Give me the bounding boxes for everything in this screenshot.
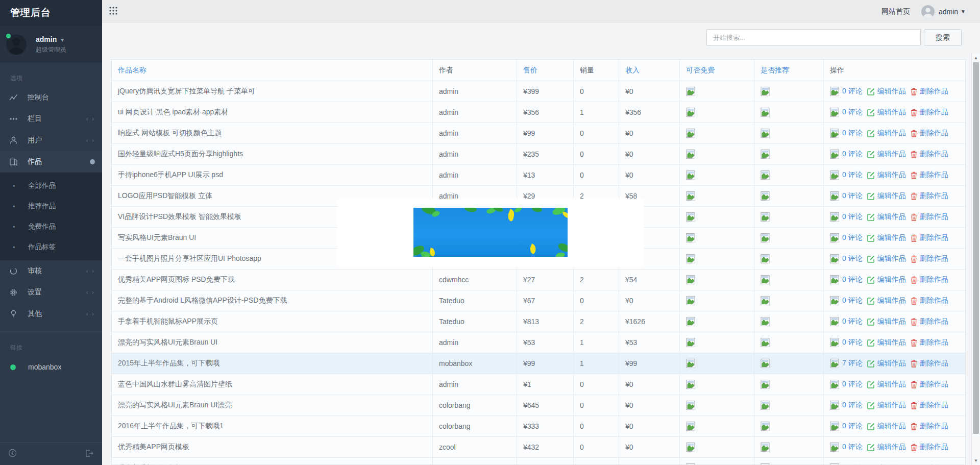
delete-work-link[interactable]: 删除作品 bbox=[920, 317, 948, 326]
broken-image-icon[interactable] bbox=[761, 337, 770, 348]
sidebar-item-audit[interactable]: 审核‹ › bbox=[0, 260, 102, 282]
column-header[interactable]: 可否免费 bbox=[679, 60, 754, 81]
logout-icon[interactable] bbox=[85, 449, 94, 459]
comments-link[interactable]: 0 评论 bbox=[842, 422, 863, 431]
sidebar-subitem-all-works[interactable]: •全部作品 bbox=[0, 176, 102, 196]
broken-image-icon[interactable] bbox=[761, 316, 770, 327]
broken-image-icon[interactable] bbox=[761, 358, 770, 369]
edit-work-link[interactable]: 编辑作品 bbox=[877, 129, 906, 138]
broken-image-icon[interactable] bbox=[761, 149, 770, 159]
broken-image-icon[interactable] bbox=[686, 107, 696, 117]
broken-image-icon[interactable] bbox=[761, 233, 770, 243]
delete-work-link[interactable]: 删除作品 bbox=[920, 87, 948, 96]
column-header[interactable]: 是否推荐 bbox=[754, 60, 823, 81]
edit-work-link[interactable]: 编辑作品 bbox=[877, 401, 906, 410]
comments-link[interactable]: 0 评论 bbox=[842, 129, 863, 138]
comments-link[interactable]: 0 评论 bbox=[842, 254, 863, 263]
delete-work-link[interactable]: 删除作品 bbox=[920, 150, 948, 159]
search-button[interactable]: 搜索 bbox=[924, 29, 962, 46]
edit-work-link[interactable]: 编辑作品 bbox=[877, 170, 906, 180]
broken-image-icon[interactable] bbox=[686, 337, 696, 348]
delete-work-link[interactable]: 删除作品 bbox=[920, 212, 948, 222]
edit-work-link[interactable]: 编辑作品 bbox=[877, 380, 906, 389]
delete-work-link[interactable]: 删除作品 bbox=[920, 254, 948, 263]
broken-image-icon[interactable] bbox=[686, 296, 696, 306]
comments-link[interactable]: 0 评论 bbox=[842, 233, 863, 242]
delete-work-link[interactable]: 删除作品 bbox=[920, 129, 948, 138]
comments-link[interactable]: 0 评论 bbox=[842, 150, 863, 159]
profile-name[interactable]: admin▼ bbox=[36, 35, 65, 43]
edit-work-link[interactable]: 编辑作品 bbox=[877, 275, 906, 284]
edit-work-link[interactable]: 编辑作品 bbox=[877, 422, 906, 431]
broken-image-icon[interactable] bbox=[686, 463, 696, 465]
sidebar-subitem-recommended-works[interactable]: •推荐作品 bbox=[0, 196, 102, 216]
comments-link[interactable]: 0 评论 bbox=[842, 401, 863, 410]
broken-image-icon[interactable] bbox=[686, 358, 696, 369]
scrollbar[interactable]: ▲ ▼ bbox=[971, 54, 980, 465]
broken-image-icon[interactable] bbox=[686, 233, 696, 243]
broken-image-icon[interactable] bbox=[686, 86, 696, 96]
sidebar-link-mobanbox[interactable]: mobanbox bbox=[0, 356, 102, 378]
broken-image-icon[interactable] bbox=[761, 191, 770, 201]
broken-image-icon[interactable] bbox=[761, 86, 770, 96]
delete-work-link[interactable]: 删除作品 bbox=[920, 108, 948, 117]
broken-image-icon[interactable] bbox=[686, 379, 696, 389]
broken-image-icon[interactable] bbox=[686, 170, 696, 180]
edit-work-link[interactable]: 编辑作品 bbox=[877, 150, 906, 159]
broken-image-icon[interactable] bbox=[761, 400, 770, 410]
comments-link[interactable]: 0 评论 bbox=[842, 212, 863, 222]
delete-work-link[interactable]: 删除作品 bbox=[920, 233, 948, 242]
edit-work-link[interactable]: 编辑作品 bbox=[877, 87, 906, 96]
edit-work-link[interactable]: 编辑作品 bbox=[877, 296, 906, 305]
delete-work-link[interactable]: 删除作品 bbox=[920, 401, 948, 410]
edit-work-link[interactable]: 编辑作品 bbox=[877, 212, 906, 222]
delete-work-link[interactable]: 删除作品 bbox=[920, 338, 948, 347]
comments-link[interactable]: 0 评论 bbox=[842, 338, 863, 347]
edit-work-link[interactable]: 编辑作品 bbox=[877, 233, 906, 242]
edit-work-link[interactable]: 编辑作品 bbox=[877, 338, 906, 347]
broken-image-icon[interactable] bbox=[686, 254, 696, 264]
broken-image-icon[interactable] bbox=[761, 421, 770, 431]
sidebar-item-console[interactable]: 控制台 bbox=[0, 87, 102, 108]
edit-work-link[interactable]: 编辑作品 bbox=[877, 443, 906, 452]
sidebar-subitem-work-tags[interactable]: •作品标签 bbox=[0, 237, 102, 257]
delete-work-link[interactable]: 删除作品 bbox=[920, 275, 948, 284]
comments-link[interactable]: 0 评论 bbox=[842, 380, 863, 389]
broken-image-icon[interactable] bbox=[686, 400, 696, 410]
comments-link[interactable]: 0 评论 bbox=[842, 443, 863, 452]
column-header[interactable]: 作品名称 bbox=[112, 60, 432, 81]
broken-image-icon[interactable] bbox=[686, 316, 696, 327]
sidebar-item-works[interactable]: 作品 bbox=[0, 151, 102, 173]
delete-work-link[interactable]: 删除作品 bbox=[920, 443, 948, 452]
delete-work-link[interactable]: 删除作品 bbox=[920, 359, 948, 368]
delete-work-link[interactable]: 删除作品 bbox=[920, 296, 948, 305]
sidebar-item-users[interactable]: 用户‹ › bbox=[0, 130, 102, 151]
collapse-sidebar-icon[interactable] bbox=[8, 449, 17, 459]
broken-image-icon[interactable] bbox=[686, 128, 696, 138]
sidebar-subitem-free-works[interactable]: •免费作品 bbox=[0, 216, 102, 237]
broken-image-icon[interactable] bbox=[761, 212, 770, 222]
comments-link[interactable]: 7 评论 bbox=[842, 359, 863, 368]
broken-image-icon[interactable] bbox=[761, 463, 770, 465]
column-header[interactable]: 售价 bbox=[517, 60, 573, 81]
broken-image-icon[interactable] bbox=[761, 128, 770, 138]
comments-link[interactable]: 0 评论 bbox=[842, 191, 863, 201]
broken-image-icon[interactable] bbox=[686, 149, 696, 159]
broken-image-icon[interactable] bbox=[761, 379, 770, 389]
apps-grid-icon[interactable] bbox=[109, 6, 118, 17]
delete-work-link[interactable]: 删除作品 bbox=[920, 191, 948, 201]
broken-image-icon[interactable] bbox=[686, 212, 696, 222]
broken-image-icon[interactable] bbox=[761, 107, 770, 117]
broken-image-icon[interactable] bbox=[686, 421, 696, 431]
edit-work-link[interactable]: 编辑作品 bbox=[877, 191, 906, 201]
comments-link[interactable]: 0 评论 bbox=[842, 275, 863, 284]
broken-image-icon[interactable] bbox=[686, 191, 696, 201]
comments-link[interactable]: 0 评论 bbox=[842, 296, 863, 305]
column-header[interactable]: 收入 bbox=[619, 60, 679, 81]
comments-link[interactable]: 0 评论 bbox=[842, 87, 863, 96]
delete-work-link[interactable]: 删除作品 bbox=[920, 170, 948, 180]
home-link[interactable]: 网站首页 bbox=[881, 7, 910, 16]
comments-link[interactable]: 0 评论 bbox=[842, 170, 863, 180]
sidebar-item-other[interactable]: 其他‹ › bbox=[0, 303, 102, 325]
broken-image-icon[interactable] bbox=[761, 254, 770, 264]
